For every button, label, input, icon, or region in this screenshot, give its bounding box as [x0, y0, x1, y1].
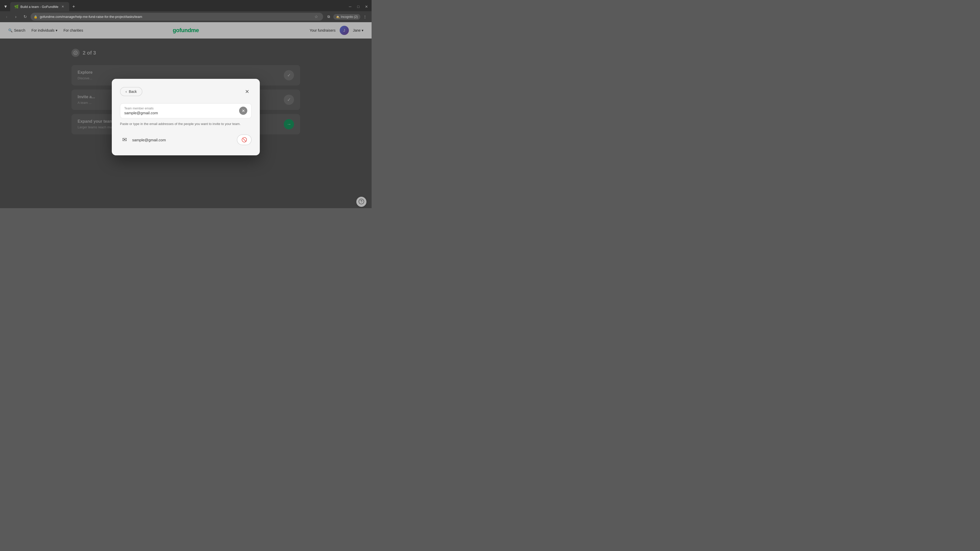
mail-icon: ✉ [120, 135, 129, 144]
url-text: gofundme.com/manage/help-me-fund-raise-f… [40, 15, 311, 19]
incognito-icon: 🕵 [336, 15, 340, 19]
close-icon: ✕ [245, 89, 249, 95]
forward-nav-button[interactable]: › [12, 13, 19, 21]
tab-switcher-button[interactable]: ▼ [2, 3, 9, 10]
remove-icon: 🚫 [242, 137, 247, 143]
modal-header: ‹ Back ✕ [120, 87, 251, 96]
incognito-badge: 🕵 Incognito (2) [333, 14, 360, 20]
tab-close-button[interactable]: ✕ [60, 4, 65, 9]
bookmark-button[interactable]: ☆ [313, 14, 319, 19]
email-field-label: Team member emails [124, 106, 239, 110]
back-button[interactable]: ‹ Back [120, 87, 142, 96]
back-label: Back [129, 89, 137, 94]
email-input-wrapper[interactable]: Team member emails sample@gmail.com ✕ [120, 103, 251, 118]
browser-chrome: ▼ 🌿 Build a team - GoFundMe ✕ + ─ □ ✕ ‹ … [0, 0, 372, 22]
tab-favicon-icon: 🌿 [14, 5, 18, 9]
page-content: 🔍 Search For individuals ▾ For charities… [0, 22, 372, 208]
extensions-button[interactable]: ⧉ [325, 13, 332, 21]
modal-overlay[interactable]: ‹ Back ✕ Team member emails sample@gmail… [0, 22, 372, 208]
active-tab[interactable]: 🌿 Build a team - GoFundMe ✕ [10, 2, 69, 11]
email-list-item: ✉ sample@gmail.com 🚫 [120, 132, 251, 147]
tab-title: Build a team - GoFundMe [21, 5, 59, 9]
incognito-label: Incognito (2) [341, 15, 358, 19]
clear-email-button[interactable]: ✕ [239, 106, 247, 115]
invite-modal: ‹ Back ✕ Team member emails sample@gmail… [112, 79, 260, 156]
clear-icon: ✕ [242, 108, 245, 113]
hint-text: Paste or type in the email addresses of … [120, 121, 251, 127]
close-modal-button[interactable]: ✕ [242, 87, 251, 96]
minimize-button[interactable]: ─ [347, 3, 353, 10]
back-nav-button[interactable]: ‹ [3, 13, 10, 21]
email-input-content: Team member emails sample@gmail.com [124, 106, 239, 115]
close-window-button[interactable]: ✕ [363, 3, 369, 10]
url-bar[interactable]: 🔒 gofundme.com/manage/help-me-fund-raise… [30, 13, 323, 21]
new-tab-button[interactable]: + [70, 3, 77, 10]
back-chevron-icon: ‹ [126, 89, 127, 94]
email-item-left: ✉ sample@gmail.com [120, 135, 166, 144]
chrome-menu-button[interactable]: ⋮ [361, 13, 369, 21]
email-field-value: sample@gmail.com [124, 111, 239, 115]
maximize-button[interactable]: □ [355, 3, 361, 10]
secure-icon: 🔒 [34, 15, 38, 19]
email-list: ✉ sample@gmail.com 🚫 [120, 132, 251, 147]
reload-button[interactable]: ↻ [21, 13, 29, 21]
remove-email-button[interactable]: 🚫 [237, 135, 251, 145]
email-item-text: sample@gmail.com [132, 138, 166, 142]
